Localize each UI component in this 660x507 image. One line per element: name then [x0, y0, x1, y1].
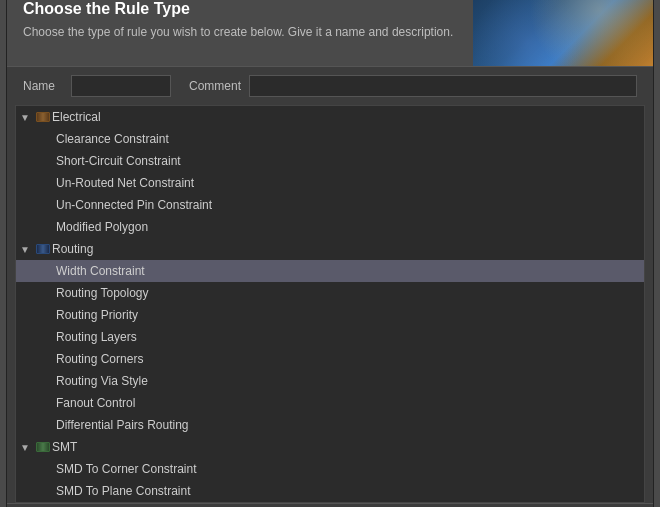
- arrow-smt: ▼: [20, 442, 36, 453]
- category-routing[interactable]: ▼ Routing: [16, 238, 644, 260]
- electrical-label: Electrical: [52, 110, 101, 124]
- category-smt[interactable]: ▼ SMT: [16, 436, 644, 458]
- rule-type-tree[interactable]: ▼ Electrical Clearance Constraint Short-…: [15, 105, 645, 503]
- list-item[interactable]: Modified Polygon: [16, 216, 644, 238]
- smd-corner-label: SMD To Corner Constraint: [56, 462, 197, 476]
- list-item[interactable]: Clearance Constraint: [16, 128, 644, 150]
- form-row: Name Comment: [7, 67, 653, 105]
- routing-via-style-label: Routing Via Style: [56, 374, 148, 388]
- un-connected-label: Un-Connected Pin Constraint: [56, 198, 212, 212]
- header-text-area: Choose the Rule Type Choose the type of …: [7, 0, 473, 66]
- header-section: Choose the Rule Type Choose the type of …: [7, 0, 653, 67]
- name-input[interactable]: [71, 75, 171, 97]
- list-item[interactable]: Routing Priority: [16, 304, 644, 326]
- list-item[interactable]: SMD To Corner Constraint: [16, 458, 644, 480]
- routing-icon: [36, 244, 50, 254]
- smd-plane-label: SMD To Plane Constraint: [56, 484, 191, 498]
- list-item[interactable]: Differential Pairs Routing: [16, 414, 644, 436]
- routing-label: Routing: [52, 242, 93, 256]
- routing-corners-label: Routing Corners: [56, 352, 143, 366]
- diff-pairs-label: Differential Pairs Routing: [56, 418, 189, 432]
- list-item[interactable]: Un-Connected Pin Constraint: [16, 194, 644, 216]
- header-description: Choose the type of rule you wish to crea…: [23, 24, 457, 41]
- list-item[interactable]: Routing Layers: [16, 326, 644, 348]
- width-constraint-label: Width Constraint: [56, 264, 145, 278]
- arrow-routing: ▼: [20, 244, 36, 255]
- smt-icon: [36, 442, 50, 452]
- header-image: [473, 0, 653, 66]
- list-item[interactable]: Routing Corners: [16, 348, 644, 370]
- list-item[interactable]: SMD To Plane Constraint: [16, 480, 644, 502]
- comment-label: Comment: [189, 79, 241, 93]
- modified-polygon-label: Modified Polygon: [56, 220, 148, 234]
- smt-label: SMT: [52, 440, 77, 454]
- electrical-icon: [36, 112, 50, 122]
- list-item[interactable]: Fanout Control: [16, 392, 644, 414]
- routing-layers-label: Routing Layers: [56, 330, 137, 344]
- header-title: Choose the Rule Type: [23, 0, 457, 18]
- un-routed-label: Un-Routed Net Constraint: [56, 176, 194, 190]
- footer: Cancel Back Next Finish: [7, 503, 653, 507]
- clearance-label: Clearance Constraint: [56, 132, 169, 146]
- arrow-electrical: ▼: [20, 112, 36, 123]
- list-item[interactable]: Routing Topology: [16, 282, 644, 304]
- list-item[interactable]: Width Constraint: [16, 260, 644, 282]
- routing-priority-label: Routing Priority: [56, 308, 138, 322]
- list-item[interactable]: Un-Routed Net Constraint: [16, 172, 644, 194]
- list-item[interactable]: Routing Via Style: [16, 370, 644, 392]
- category-electrical[interactable]: ▼ Electrical: [16, 106, 644, 128]
- name-label: Name: [23, 79, 63, 93]
- routing-topology-label: Routing Topology: [56, 286, 149, 300]
- comment-input[interactable]: [249, 75, 637, 97]
- fanout-control-label: Fanout Control: [56, 396, 135, 410]
- short-circuit-label: Short-Circuit Constraint: [56, 154, 181, 168]
- list-item[interactable]: Short-Circuit Constraint: [16, 150, 644, 172]
- new-rule-wizard-dialog: New Rule Wizard × Choose the Rule Type C…: [6, 0, 654, 507]
